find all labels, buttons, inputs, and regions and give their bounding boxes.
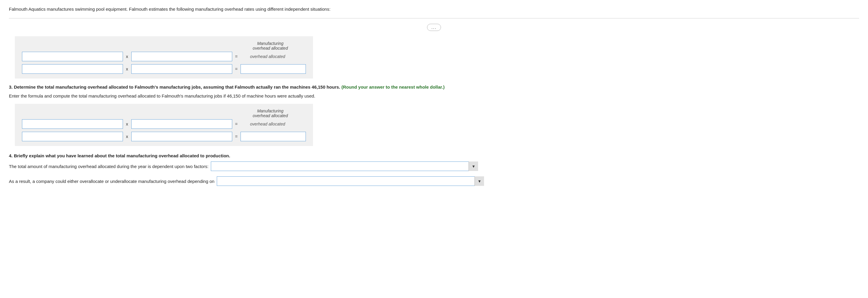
- question3-green: (Round your answer to the nearest whole …: [341, 84, 445, 89]
- section3-row2-input2[interactable]: [131, 132, 232, 141]
- dropdown1-row: The total amount of manufacturing overhe…: [9, 162, 859, 171]
- section3-row2-result-input[interactable]: [241, 132, 306, 141]
- dropdown1-label: The total amount of manufacturing overhe…: [9, 164, 209, 169]
- section3-row1-eq-symbol: =: [235, 121, 238, 127]
- dropdown2-label: As a result, a company could either over…: [9, 179, 214, 184]
- section2-row2-input2[interactable]: [131, 64, 232, 74]
- section2-row2-eq-symbol: =: [235, 66, 238, 71]
- section2-row1-result-label: overhead allocated: [241, 54, 288, 59]
- section3-row2: x =: [22, 132, 306, 141]
- question3-number: 3.: [9, 84, 13, 89]
- dropdown2-row: As a result, a company could either over…: [9, 177, 859, 186]
- top-divider: [9, 18, 859, 19]
- section2-row1-input2[interactable]: [131, 52, 232, 61]
- question3-text: Determine the total manufacturing overhe…: [14, 84, 340, 89]
- section3-row2-eq-symbol: =: [235, 134, 238, 139]
- question4-number: 4.: [9, 153, 13, 158]
- question3-title: 3. Determine the total manufacturing ove…: [9, 84, 859, 91]
- section2-header-line1: Manufacturing: [238, 41, 303, 46]
- section3-row1-input2[interactable]: [131, 119, 232, 129]
- section3-header-line1: Manufacturing: [238, 109, 303, 113]
- section2-header-line2: overhead allocated: [238, 46, 303, 51]
- section2-header: Manufacturing overhead allocated: [238, 41, 303, 51]
- section2-row1-input1[interactable]: [22, 52, 123, 61]
- section3-row1-input1[interactable]: [22, 119, 123, 129]
- section2-row2: x =: [22, 64, 306, 74]
- question4-title: 4. Briefly explain what you have learned…: [9, 153, 859, 159]
- section2-row2-x-symbol: x: [126, 66, 128, 71]
- section2-row2-input1[interactable]: [22, 64, 123, 74]
- section2-formula-block: Manufacturing overhead allocated x = ove…: [15, 36, 313, 79]
- dropdown1-wrapper: ▼: [211, 162, 478, 171]
- section3-row2-input1[interactable]: [22, 132, 123, 141]
- section3-row1: x = overhead allocated: [22, 119, 306, 129]
- section2-row1: x = overhead allocated: [22, 52, 306, 61]
- dropdown2-select[interactable]: [217, 177, 484, 186]
- section3-row1-result-label: overhead allocated: [241, 121, 288, 127]
- question3-instruction: Enter the formula and compute the total …: [9, 93, 859, 100]
- question4-text: Briefly explain what you have learned ab…: [14, 153, 230, 158]
- dropdown1-select[interactable]: [211, 162, 478, 171]
- section3-row2-x-symbol: x: [126, 134, 128, 139]
- section3-row1-x-symbol: x: [126, 121, 128, 127]
- dots-button[interactable]: ...: [427, 24, 441, 31]
- section2-header-row: Manufacturing overhead allocated: [22, 41, 306, 51]
- intro-text: Falmouth Aquatics manufactures swimming …: [9, 6, 859, 13]
- section2-row1-x-symbol: x: [126, 54, 128, 59]
- section2-row1-eq-symbol: =: [235, 54, 238, 59]
- section2-row2-result-input[interactable]: [241, 64, 306, 74]
- section3-header: Manufacturing overhead allocated: [238, 109, 303, 118]
- section3-formula-block: Manufacturing overhead allocated x = ove…: [15, 104, 313, 146]
- section3-header-row: Manufacturing overhead allocated: [22, 109, 306, 118]
- dropdown2-wrapper: ▼: [217, 177, 484, 186]
- section3-header-line2: overhead allocated: [238, 113, 303, 118]
